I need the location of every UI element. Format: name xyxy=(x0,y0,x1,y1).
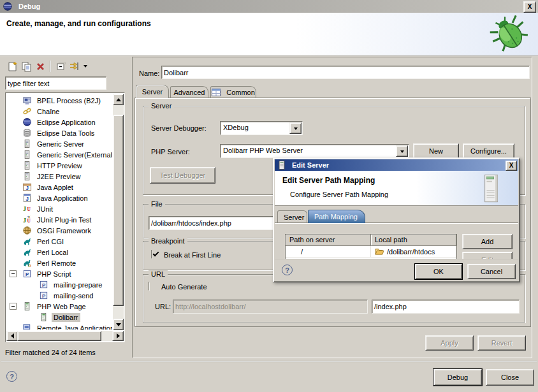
dialog-help-button[interactable]: ? xyxy=(282,265,293,275)
perl-icon xyxy=(22,236,32,247)
dialog-titlebar[interactable]: Edit Server xyxy=(275,159,518,171)
tree-item-mailing-send[interactable]: Pmailing-send xyxy=(6,290,112,301)
tree-item-perl-local[interactable]: Perl Local xyxy=(6,247,112,258)
configure-server-button[interactable]: Configure... xyxy=(463,143,514,159)
tree-item-perl-cgi[interactable]: Perl CGI xyxy=(6,236,112,247)
scroll-left-button[interactable] xyxy=(6,331,18,341)
window-titlebar[interactable]: Debug xyxy=(0,0,538,13)
junit-icon: JU xyxy=(22,204,32,214)
add-mapping-button[interactable]: Add xyxy=(462,234,513,249)
server-debugger-select[interactable]: XDebug xyxy=(220,121,303,135)
tree-item-label: Perl Local xyxy=(35,248,70,257)
dropdown-arrow-icon[interactable] xyxy=(396,145,408,157)
filter-button[interactable] xyxy=(68,60,82,73)
col-path-on-server[interactable]: Path on server xyxy=(286,235,371,246)
php-server-select[interactable]: Dolibarr PHP Web Server xyxy=(220,144,409,158)
tree-item-perl-remote[interactable]: RPerl Remote xyxy=(6,258,112,268)
vertical-scroll-thumb[interactable] xyxy=(113,115,124,306)
ok-button[interactable]: OK xyxy=(415,264,462,279)
col-local-path[interactable]: Local path xyxy=(371,235,456,246)
tree-horizontal-scrollbar[interactable] xyxy=(6,331,124,341)
configurations-toolbar xyxy=(5,59,126,73)
tab-common[interactable]: Common xyxy=(210,86,256,98)
name-input[interactable] xyxy=(162,66,529,78)
tree-item-bpel-process-b2j[interactable]: BPEL Process (B2J) xyxy=(6,95,112,106)
svg-text:R: R xyxy=(28,264,31,268)
tree-item-cha-ne[interactable]: Chaîne xyxy=(6,106,112,117)
url-path-input[interactable] xyxy=(372,300,519,313)
delete-config-button[interactable] xyxy=(33,60,47,73)
tree-item-http-preview[interactable]: HTTP Preview xyxy=(6,160,112,171)
php-server-label: PHP Server: xyxy=(151,148,190,156)
tree-item-java-application[interactable]: JJava Application xyxy=(6,192,112,203)
tree-item-osgi-framework[interactable]: OSGi Framework xyxy=(6,225,112,236)
dialog-close-button[interactable]: X xyxy=(505,161,517,171)
cancel-button[interactable]: Cancel xyxy=(467,264,516,279)
duplicate-config-button[interactable] xyxy=(19,60,33,73)
svg-text:J: J xyxy=(22,217,25,224)
server-icon xyxy=(277,160,286,170)
window-close-button[interactable]: X xyxy=(523,1,536,13)
tab-server[interactable]: Server xyxy=(136,85,169,98)
debug-button[interactable]: Debug xyxy=(433,369,482,386)
collapse-expander-icon[interactable] xyxy=(10,270,17,277)
tree-item-java-applet[interactable]: JJava Applet xyxy=(6,182,112,192)
tree-item-junit[interactable]: JUJUnit xyxy=(6,203,112,214)
banner: Create, manage, and run configurations xyxy=(0,13,538,56)
collapse-all-button[interactable] xyxy=(54,60,68,73)
svg-text:P: P xyxy=(41,282,45,288)
svg-text:P: P xyxy=(25,272,29,277)
tree-item-php-script[interactable]: PPHP Script xyxy=(6,268,112,279)
filter-input[interactable] xyxy=(6,77,106,89)
tree-item-eclipse-data-tools[interactable]: Eclipse Data Tools xyxy=(6,127,112,138)
auto-generate-checkbox[interactable] xyxy=(149,282,150,291)
applet-icon: J xyxy=(22,182,32,192)
test-debugger-button[interactable]: Test Debugger xyxy=(150,167,215,184)
tree-item-label: JUnit xyxy=(35,205,55,214)
path-mapping-row[interactable]: //dolibarr/htdocs xyxy=(286,246,456,258)
breakpoint-group-title: Breakpoint xyxy=(149,237,187,245)
close-button[interactable]: Close xyxy=(486,369,534,386)
name-input-wrap xyxy=(161,66,530,79)
tree-item-dolibarr[interactable]: Dolibarr xyxy=(6,312,112,323)
tree-item-remote-java-application[interactable]: Remote Java Application xyxy=(6,323,112,330)
tree-item-eclipse-application[interactable]: Eclipse Application xyxy=(6,117,112,127)
tree-item-label: mailing-send xyxy=(52,291,95,300)
tab-advanced[interactable]: Advanced xyxy=(170,86,208,98)
dialog-title: Edit Server xyxy=(292,161,329,169)
tree-item-label: J2EE Preview xyxy=(35,172,82,181)
tree-item-php-web-page[interactable]: PHP Web Page xyxy=(6,301,112,312)
window-title: Debug xyxy=(18,3,40,10)
tree-vertical-scrollbar[interactable] xyxy=(113,94,124,330)
local-path-cell: /dolibarr/htdocs xyxy=(371,246,456,258)
phpweb-icon xyxy=(38,312,48,323)
scroll-down-button[interactable] xyxy=(113,319,124,330)
help-button[interactable]: ? xyxy=(6,371,17,382)
tree-item-generic-server[interactable]: Generic Server xyxy=(6,138,112,149)
tree-item-generic-server-external-la[interactable]: Generic Server(External La xyxy=(6,149,112,160)
collapse-expander-icon[interactable] xyxy=(10,303,17,310)
break-first-line-checkbox[interactable] xyxy=(151,250,152,259)
dropdown-arrow-icon[interactable] xyxy=(289,122,302,134)
horizontal-scroll-thumb[interactable] xyxy=(17,331,101,341)
tree-item-label: PHP Web Page xyxy=(35,302,88,311)
tree-item-j2ee-preview[interactable]: J2EE Preview xyxy=(6,171,112,182)
revert-button[interactable]: Revert xyxy=(477,335,526,351)
filter-status: Filter matched 24 of 24 items xyxy=(5,349,96,356)
scroll-up-button[interactable] xyxy=(113,94,124,105)
tree-item-mailing-prepare[interactable]: Pmailing-prepare xyxy=(6,279,112,290)
apply-button[interactable]: Apply xyxy=(425,335,474,351)
tree-rows: BPEL Process (B2J)ChaîneEclipse Applicat… xyxy=(6,95,112,330)
dialog-tab-path-mapping[interactable]: Path Mapping xyxy=(308,210,365,223)
dialog-tab-server[interactable]: Server xyxy=(277,210,307,223)
banner-heading: Create, manage, and run configurations xyxy=(6,19,151,28)
tree-item-junit-plug-in-test[interactable]: JUJUnit Plug-in Test xyxy=(6,214,112,225)
scroll-right-button[interactable] xyxy=(112,331,124,341)
osgi-icon xyxy=(22,226,32,236)
svg-text:U: U xyxy=(27,207,31,212)
new-config-button[interactable] xyxy=(5,60,19,73)
tree-item-label: mailing-prepare xyxy=(52,280,104,289)
phpfile-icon: P xyxy=(38,280,48,290)
new-server-button[interactable]: New xyxy=(413,143,459,159)
toolbar-menu-arrow[interactable] xyxy=(82,60,89,73)
